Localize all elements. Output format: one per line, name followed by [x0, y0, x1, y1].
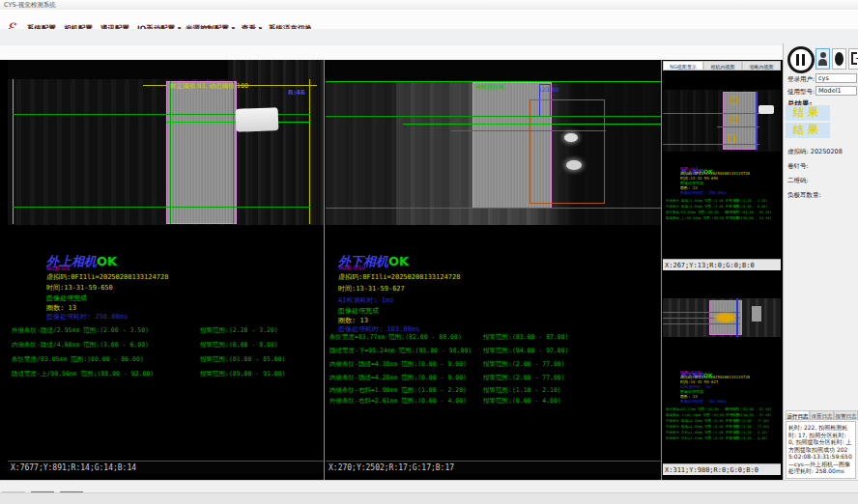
pin-number-label: 卷针号: [787, 162, 809, 171]
middle-camera-status: OK [388, 254, 409, 268]
measure-alarm: 报警范围:(1.10 - 2.10) [483, 386, 561, 395]
measure-alarm: 报警范围:(2.00 - 77.00) [726, 419, 770, 423]
middle-measure-row: 内侧条纹-隐缝=4.38mm 范围:(0.00 - 9.00) 报警范围:(2.… [329, 360, 658, 370]
thumb2-coords-bar: X:311;Y:980;R:0;G:0;B:0 [663, 463, 781, 475]
log-tab-alarm[interactable]: 报警日志 [834, 410, 858, 420]
thumb-view-upper[interactable]: 外上相机OK NG数:0/1 虚拟码:0FI1li=20250208133124… [663, 70, 781, 270]
left-green-vline-2 [233, 81, 234, 224]
measure-alarm: 报警范围:(2.20 - 3.20) [200, 326, 278, 335]
middle-ai-line: AI检测耗时: 1ms [338, 295, 394, 305]
control-panel: 登录用户: cys 使用型号: Model1 总结果: 结果 结果 虚拟码: 2… [783, 43, 858, 481]
log-text-area[interactable]: 耗时: 222, 拍照检测耗时: 17, 拍照分区耗时: 0, 拍照提取分区耗时… [786, 421, 856, 479]
thumb2-ng: NG数:0/10 [680, 371, 701, 375]
middle-measure-row: 内侧条纹-右斜=1.90mm 范围:(1.00 - 2.20) 报警范围:(1.… [329, 386, 658, 396]
thumb1-electrode-tab [758, 105, 774, 114]
model-field[interactable]: Model1 [815, 86, 857, 96]
thumb1-marker-1 [730, 96, 737, 104]
thumb-view-lower[interactable]: 外下相机OK NG数:0/10 虚拟码:0FI1li=2025020813312… [663, 271, 781, 476]
user-login-button[interactable] [815, 48, 830, 70]
middle-time-line: 时间:13-31-59-627 [338, 284, 405, 294]
middle-done-line: 图像处理完成 [338, 306, 379, 316]
left-radius-overlay: R:46 [288, 89, 305, 97]
thumb1-measure-row: 隐缝宽度-上/90.56mm 范围:(88.00 - 92.00) 报警范围:(… [666, 216, 780, 226]
toolbar: 相机配置 AI使用配置 相机调试 高级设置 点检设置 ▾ 图像处理 ▾ 基准线参… [0, 45, 858, 61]
middle-top-strip [326, 60, 661, 81]
middle-measure-row: 内侧条纹-隐缝=4.28mm 范围:(0.00 - 9.00) 报警范围:(2.… [329, 374, 658, 383]
pause-button[interactable] [787, 46, 815, 73]
measure-value: 内侧条纹-隐缝=4.28mm 范围:(0.00 - 9.00) [329, 374, 467, 382]
measure-alarm: 报警范围:(89.00 - 91.00) [726, 216, 772, 220]
thumb2-blue-line [736, 298, 738, 337]
measure-alarm: 报警范围:(2.00 - 77.00) [726, 425, 770, 429]
bottom-filler [0, 492, 858, 504]
thumb2-bright-part [752, 306, 761, 322]
measure-value: 外侧条纹-右斜=2.61mm 范围:(0.60 - 4.00) [329, 397, 467, 406]
thumb1-green-line-3 [663, 144, 759, 145]
logout-icon [849, 49, 858, 69]
measure-alarm: 报警范围:(0.00 - 8.00) [200, 341, 278, 350]
measure-alarm: 报警范围:(83.00 - 87.00) [483, 333, 569, 342]
measure-alarm: 报警范围:(94.00 - 97.00) [726, 413, 772, 417]
thumb2-barcode: 虚拟码:0FI1li=20250208133124728 [680, 376, 750, 379]
left-electrode-tab [236, 107, 279, 132]
left-green-vline-1 [170, 81, 171, 224]
middle-bright-spot-1 [564, 133, 578, 142]
login-user-label: 登录用户: [787, 75, 815, 84]
thumb2-ai: AI检测耗时: 1ms [680, 385, 712, 389]
left-barcode-line: 虚拟码:0FI1li=20250208133124728 [46, 272, 168, 282]
left-ng-line: NG数:0/1 [46, 266, 71, 272]
thumb-tab-ng-view[interactable]: NG视图显示 [663, 61, 703, 70]
middle-green-hline-2 [403, 124, 661, 125]
tab-count-label: 负极耳数量: [787, 191, 821, 200]
status-bar: 心跳信号 相机连接 通讯连接 Cpu: 0.0% Memory: 3424.41… [0, 480, 858, 493]
measure-value: 外侧条纹-隐缝/2.95mm 范围:(2.00 - 3.50) [12, 326, 149, 335]
measure-alarm: 报警范围:(81.00 - 85.00) [200, 355, 286, 364]
thumb2-yellow-marker [713, 312, 738, 323]
thumb-tab-camera-view[interactable]: 相机内视图 [703, 61, 742, 70]
thumb1-elapsed: 图像处理耗时: 258.00ms [680, 191, 727, 195]
middle-bright-spot-2 [566, 160, 582, 170]
middle-measure-row: 条纹宽度=83.77mm 范围:(82.00 - 88.00) 报警范围:(83… [329, 333, 658, 343]
measure-value: 内侧条纹-右斜=1.90mm 范围:(1.00 - 2.20) [329, 386, 467, 395]
middle-blue-label: 123.80 [538, 86, 558, 93]
exit-button[interactable] [848, 48, 858, 70]
left-measure-row: 条纹宽度/83.05mm 范围:(80.00 - 86.00) 报警范围:(81… [12, 355, 321, 365]
log-tab-set[interactable]: 设置日志 [810, 410, 834, 420]
left-measure-row: 内侧条纹-隐缝/4.60mm 范围:(3.00 - 6.00) 报警范围:(0.… [12, 341, 321, 350]
measure-value: 隐缝宽度-下=95.24mm 范围:(93.00 - 98.00) [329, 347, 472, 355]
lock-button[interactable] [832, 48, 846, 70]
measure-alarm: 报警范围:(2.00 - 77.00) [483, 374, 565, 382]
thumb1-green-line-2 [717, 126, 759, 127]
thumb-tab-mini-view[interactable]: 缩略内视图 [742, 61, 781, 70]
result-badge-lower: 结果 [786, 123, 830, 138]
measure-alarm: 报警范围:(83.00 - 87.00) [726, 407, 772, 411]
left-roi-rect [166, 81, 237, 224]
measure-alarm: 报警范围:(0.60 - 4.00) [483, 397, 561, 406]
login-user-field[interactable]: cys [815, 73, 857, 83]
measure-alarm: 报警范围:(1.10 - 2.10) [726, 431, 768, 434]
thumb2-count: 圈数: 13 [680, 395, 698, 399]
thumb1-count: 圈数: 13 [680, 186, 698, 190]
tab-strip: 运行图像 [0, 29, 858, 46]
model-label: 使用型号: [787, 88, 815, 97]
measure-alarm: 报警范围:(81.00 - 85.00) [726, 210, 772, 214]
left-camera-status: OK [97, 254, 117, 268]
middle-coords-bar: X:270;Y:2502;R:17;G:17;B:17 [326, 461, 661, 474]
middle-camera-view[interactable]: AI检测区域 123.80 [326, 60, 661, 225]
measure-alarm: 报警范围:(89.00 - 91.00) [200, 370, 286, 378]
thumb1-marker-2 [730, 115, 737, 124]
left-coords-bar: X:7677;Y:891;R:14;G:14;B:14 [8, 461, 324, 474]
measure-value: 隐缝宽度-上/90.56mm 范围:(88.00 - 92.00) [12, 370, 154, 378]
thumb1-ng: NG数:0/1 [680, 167, 698, 171]
left-measure-row: 外侧条纹-隐缝/2.95mm 范围:(2.00 - 3.50) 报警范围:(2.… [12, 326, 321, 336]
middle-ng-line: NG数:0/10 [338, 265, 365, 271]
measure-value: 内侧条纹-隐缝/4.60mm 范围:(3.00 - 6.00) [12, 341, 149, 350]
left-camera-view[interactable]: 标定阈值:93, 动态阈值:100 R:46 [8, 60, 324, 225]
log-tab-run[interactable]: 运行日志 [786, 410, 810, 420]
measure-alarm: 报警范围:(94.00 - 97.00) [483, 347, 569, 355]
thumb1-coords-bar: X:267;Y:13;R:0;G:0;B:0 [663, 259, 781, 270]
middle-green-hline-3 [451, 130, 606, 131]
middle-barcode-line: 虚拟码:0FI1li=20250208133124728 [338, 272, 460, 282]
divider [661, 60, 662, 481]
measure-alarm: 报警范围:(0.00 - 8.00) [726, 205, 768, 209]
